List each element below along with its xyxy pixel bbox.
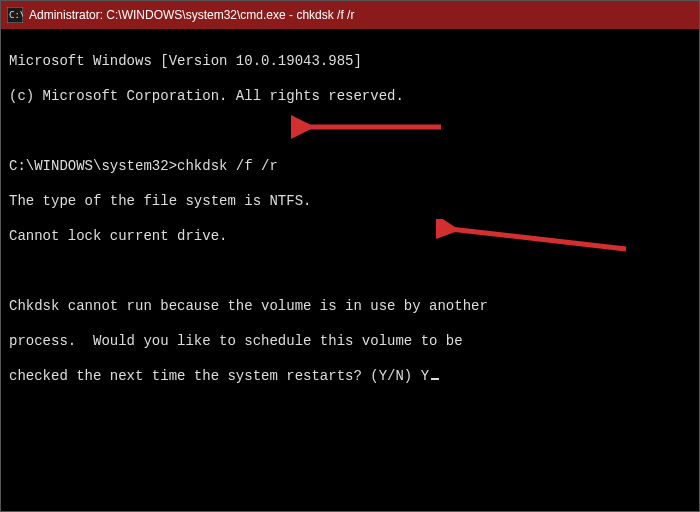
blank-line: [9, 123, 691, 141]
output-line: checked the next time the system restart…: [9, 368, 421, 384]
prompt-line: checked the next time the system restart…: [9, 368, 691, 386]
output-line: The type of the file system is NTFS.: [9, 193, 691, 211]
output-line: (c) Microsoft Corporation. All rights re…: [9, 88, 691, 106]
output-line: process. Would you like to schedule this…: [9, 333, 691, 351]
output-line: Cannot lock current drive.: [9, 228, 691, 246]
output-line: Chkdsk cannot run because the volume is …: [9, 298, 691, 316]
cmd-icon: C:\: [7, 7, 23, 23]
svg-text:C:\: C:\: [9, 10, 23, 20]
user-response: Y: [421, 368, 429, 384]
terminal-content[interactable]: Microsoft Windows [Version 10.0.19043.98…: [1, 29, 699, 511]
text-cursor: [431, 378, 439, 380]
command-prompt-window: C:\ Administrator: C:\WINDOWS\system32\c…: [0, 0, 700, 512]
prompt-line: C:\WINDOWS\system32>chkdsk /f /r: [9, 158, 691, 176]
window-title: Administrator: C:\WINDOWS\system32\cmd.e…: [29, 8, 354, 22]
typed-command: chkdsk /f /r: [177, 158, 278, 174]
output-line: Microsoft Windows [Version 10.0.19043.98…: [9, 53, 691, 71]
titlebar[interactable]: C:\ Administrator: C:\WINDOWS\system32\c…: [1, 1, 699, 29]
blank-line: [9, 263, 691, 281]
prompt: C:\WINDOWS\system32>: [9, 158, 177, 174]
